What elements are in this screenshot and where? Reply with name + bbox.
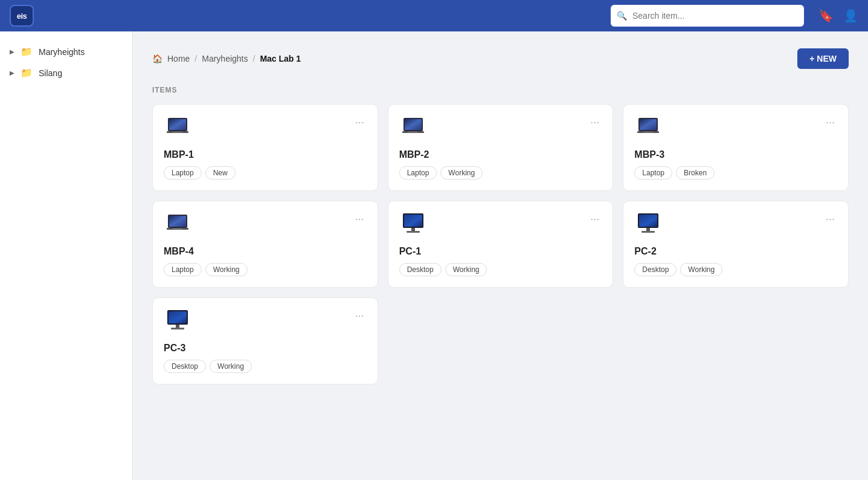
svg-rect-4 [173,132,182,132]
svg-rect-9 [408,132,418,132]
tag: Working [440,166,483,180]
tag: Working [210,360,252,373]
item-tags-mbp-4: LaptopWorking [164,263,367,276]
bookmark-icon[interactable]: 🔖 [818,8,834,23]
breadcrumb-home[interactable]: Home [167,54,190,63]
item-card-mbp-1[interactable]: ··· MBP-1 LaptopNew [152,104,378,191]
section-label: ITEMS [152,86,849,94]
card-header: ··· [164,309,367,334]
card-header: ··· [164,115,367,141]
search-input[interactable] [611,5,804,27]
svg-rect-14 [643,132,653,132]
app-logo: eis [10,5,34,27]
sidebar-item-silang[interactable]: ▶ 📁 Silang [0,62,132,83]
svg-rect-22 [411,228,415,231]
item-name-pc-2: PC-2 [634,246,837,257]
svg-rect-25 [639,215,657,227]
home-icon: 🏠 [152,54,162,63]
card-menu-pc-3[interactable]: ··· [353,309,367,322]
item-name-mbp-4: MBP-4 [164,246,367,257]
item-icon-mbp-4 [164,212,191,238]
folder-icon-2: 📁 [21,67,33,79]
breadcrumb-sep-2: / [253,54,256,63]
sidebar-label-maryheights: Maryheights [39,47,85,57]
svg-rect-23 [407,231,420,233]
item-tags-pc-2: DesktopWorking [634,263,837,276]
card-menu-mbp-4[interactable]: ··· [353,212,367,225]
tag: Desktop [634,263,677,276]
breadcrumb-row: 🏠 Home / Maryheights / Mac Lab 1 + NEW [152,48,849,69]
header-icons: 🔖 👤 [818,8,858,23]
breadcrumb: 🏠 Home / Maryheights / Mac Lab 1 [152,54,301,63]
tag: Laptop [164,166,202,180]
sidebar-item-maryheights[interactable]: ▶ 📁 Maryheights [0,41,132,62]
item-name-mbp-2: MBP-2 [399,149,602,160]
svg-rect-12 [640,119,657,130]
tag: New [205,166,236,180]
svg-rect-21 [404,215,422,227]
tag: Working [680,263,722,276]
svg-rect-29 [169,311,187,323]
breadcrumb-sep-1: / [194,54,197,63]
item-tags-pc-1: DesktopWorking [399,263,602,276]
card-menu-mbp-2[interactable]: ··· [588,115,602,129]
folder-icon: 📁 [21,46,33,57]
item-card-mbp-4[interactable]: ··· MBP-4 LaptopWorking [152,201,378,288]
card-header: ··· [634,115,837,141]
tag: Desktop [399,263,442,276]
item-card-pc-3[interactable]: ··· PC-3 DesktopWorking [152,297,378,384]
items-grid: ··· MBP-1 LaptopNew ··· MBP-2 LaptopWork… [152,104,849,384]
item-icon-mbp-2 [399,115,427,141]
breadcrumb-current: Mac Lab 1 [260,54,301,63]
tag: Laptop [164,263,202,276]
item-tags-mbp-3: LaptopBroken [634,166,837,180]
item-name-pc-3: PC-3 [164,343,367,354]
main-content: 🏠 Home / Maryheights / Mac Lab 1 + NEW I… [133,31,868,480]
item-card-pc-1[interactable]: ··· PC-1 DesktopWorking [388,201,614,288]
item-tags-pc-3: DesktopWorking [164,360,367,373]
item-card-pc-2[interactable]: ··· PC-2 DesktopWorking [623,201,849,288]
item-card-mbp-2[interactable]: ··· MBP-2 LaptopWorking [388,104,614,191]
svg-rect-26 [646,228,650,231]
card-menu-pc-1[interactable]: ··· [588,212,602,225]
tag: Broken [676,166,715,180]
item-card-mbp-3[interactable]: ··· MBP-3 LaptopBroken [623,104,849,191]
svg-rect-19 [173,229,182,229]
app-header: eis 🔍 🔖 👤 [0,0,868,31]
card-header: ··· [634,212,837,238]
card-menu-mbp-3[interactable]: ··· [823,115,837,129]
breadcrumb-maryheights[interactable]: Maryheights [202,54,248,63]
card-menu-mbp-1[interactable]: ··· [353,115,367,129]
sidebar: ▶ 📁 Maryheights ▶ 📁 Silang [0,31,133,480]
svg-rect-27 [641,231,655,233]
svg-rect-17 [169,216,186,227]
svg-rect-31 [171,328,184,329]
sidebar-label-silang: Silang [39,68,62,78]
item-icon-pc-3 [164,309,191,334]
tag: Working [205,263,248,276]
item-icon-mbp-3 [634,115,662,141]
svg-rect-2 [169,119,186,130]
card-header: ··· [399,212,602,238]
tag: Laptop [634,166,672,180]
item-icon-pc-2 [634,212,662,238]
card-header: ··· [399,115,602,141]
item-icon-pc-1 [399,212,427,238]
svg-rect-7 [405,119,422,130]
item-tags-mbp-1: LaptopNew [164,166,367,180]
svg-rect-30 [176,325,179,328]
item-icon-mbp-1 [164,115,191,141]
item-name-mbp-3: MBP-3 [634,149,837,160]
card-header: ··· [164,212,367,238]
search-wrapper: 🔍 [611,5,804,27]
card-menu-pc-2[interactable]: ··· [823,212,837,225]
item-tags-mbp-2: LaptopWorking [399,166,602,180]
tag: Working [445,263,487,276]
item-name-pc-1: PC-1 [399,246,602,257]
new-button[interactable]: + NEW [797,48,849,69]
tag: Desktop [164,360,206,373]
app-layout: ▶ 📁 Maryheights ▶ 📁 Silang 🏠 Home / Mary… [0,0,868,480]
chevron-right-icon-2: ▶ [10,70,14,76]
item-name-mbp-1: MBP-1 [164,149,367,160]
user-icon[interactable]: 👤 [843,8,858,23]
